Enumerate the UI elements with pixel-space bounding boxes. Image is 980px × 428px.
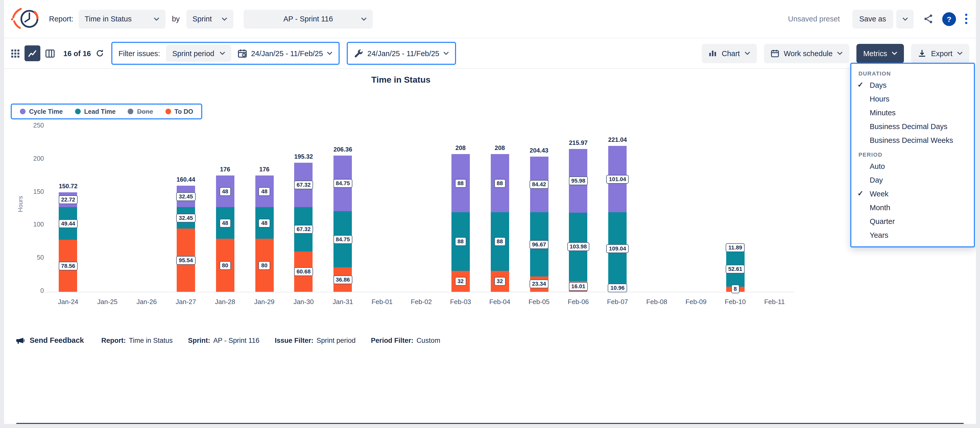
segment-value-label: 67.32 xyxy=(294,225,313,234)
chart-type-label: Chart xyxy=(722,49,740,57)
bar-segment-to-do[interactable]: 36.86 xyxy=(334,267,352,292)
bar-segment-lead-time[interactable]: 103.98 xyxy=(569,212,587,281)
send-feedback-button[interactable]: Send Feedback xyxy=(15,335,84,345)
legend-item-cycle-time[interactable]: Cycle Time xyxy=(20,108,63,115)
menu-section-header: DURATION xyxy=(851,66,974,79)
x-axis-label: Jan-28 xyxy=(205,298,245,306)
check-icon: ✓ xyxy=(858,80,863,90)
bar-segment-to-do[interactable]: 80 xyxy=(216,239,234,292)
legend-item-done[interactable]: Done xyxy=(128,108,153,115)
check-icon: ✓ xyxy=(858,189,863,198)
sprint-period-date-dropdown[interactable]: 24/Jan/25 - 11/Feb/25 xyxy=(237,48,333,58)
chart-type-button[interactable]: Chart xyxy=(702,44,757,63)
group-by-dropdown[interactable]: Sprint xyxy=(186,10,233,28)
legend-item-label: Lead Time xyxy=(84,108,116,115)
bar-segment-cycle-time[interactable]: 22.72 xyxy=(59,192,77,207)
chart-view-icon[interactable] xyxy=(24,45,40,61)
bar-segment-cycle-time[interactable]: 48 xyxy=(216,176,234,207)
legend-item-label: Done xyxy=(137,108,153,115)
x-axis-label: Feb-06 xyxy=(559,298,598,306)
bar-segment-lead-time[interactable]: 48 xyxy=(216,207,234,239)
bar-segment-cycle-time[interactable]: 101.04 xyxy=(608,146,627,212)
segment-value-label: 49.44 xyxy=(59,219,78,228)
metrics-button[interactable]: Metrics xyxy=(857,44,904,63)
custom-period-dropdown[interactable]: 24/Jan/25 - 11/Feb/25 xyxy=(354,49,449,58)
bar-segment-cycle-time[interactable]: 88 xyxy=(452,154,470,212)
bar-segment-to-do[interactable]: 80 xyxy=(255,239,274,292)
bar-column: 60.6867.3267.32 xyxy=(284,127,323,292)
menu-item-minutes[interactable]: Minutes xyxy=(851,106,974,120)
menu-section-header: PERIOD xyxy=(851,147,974,160)
menu-item-business-decimal-weeks[interactable]: Business Decimal Weeks xyxy=(851,134,974,147)
legend-color-dot xyxy=(75,109,81,114)
x-axis-label: Jan-29 xyxy=(245,298,284,306)
menu-item-week[interactable]: ✓Week xyxy=(851,187,974,201)
timeline-view-icon[interactable] xyxy=(45,48,55,59)
legend-color-dot xyxy=(20,109,25,114)
chevron-down-icon xyxy=(957,52,963,55)
legend-color-dot xyxy=(128,109,134,114)
menu-item-business-decimal-days[interactable]: Business Decimal Days xyxy=(851,120,974,134)
menu-item-hours[interactable]: Hours xyxy=(851,92,974,106)
kebab-menu-icon[interactable] xyxy=(965,13,968,24)
segment-value-label: 8 xyxy=(731,285,739,293)
share-icon[interactable] xyxy=(923,14,934,24)
bar-segment-lead-time[interactable]: 32.45 xyxy=(177,207,195,228)
bar-segment-cycle-time[interactable]: 84.75 xyxy=(334,155,352,211)
sprint-select-dropdown[interactable]: AP - Sprint 116 xyxy=(243,10,373,28)
meta-value: Custom xyxy=(417,336,440,344)
bar-segment-lead-time[interactable]: 67.32 xyxy=(294,207,313,252)
menu-item-quarter[interactable]: Quarter xyxy=(851,215,974,228)
bar-segment-lead-time[interactable]: 96.67 xyxy=(530,212,548,276)
bar-segment-cycle-time[interactable]: 84.42 xyxy=(530,157,548,212)
segment-value-label: 48 xyxy=(220,187,231,196)
menu-item-label: Day xyxy=(870,176,883,184)
save-options-button[interactable] xyxy=(896,10,913,28)
grid-view-icon[interactable] xyxy=(11,49,20,58)
bar-segment-to-do[interactable]: 23.34 xyxy=(530,276,548,292)
menu-item-month[interactable]: Month xyxy=(851,201,974,215)
legend-item-to-do[interactable]: To DO xyxy=(165,108,193,115)
menu-item-day[interactable]: Day xyxy=(851,173,974,187)
chevron-down-icon xyxy=(744,52,750,55)
work-schedule-button[interactable]: Work schedule xyxy=(764,44,849,63)
segment-value-label: 36.86 xyxy=(333,275,352,284)
bar-column: 10.96109.04101.04 xyxy=(598,127,637,292)
bar-segment-lead-time[interactable]: 88 xyxy=(452,212,470,271)
report-type-dropdown[interactable]: Time in Status xyxy=(78,10,165,28)
bar-segment-to-do[interactable]: 10.96 xyxy=(608,285,627,292)
bar-segment-lead-time[interactable]: 84.75 xyxy=(334,211,352,268)
bar-segment-to-do[interactable]: 78.56 xyxy=(59,240,77,292)
bar-segment-to-do[interactable]: 60.68 xyxy=(294,252,313,292)
save-as-button[interactable]: Save as xyxy=(852,10,893,28)
page-background xyxy=(976,0,980,428)
bar-segment-to-do[interactable]: 8 xyxy=(726,287,744,292)
bar-chart-icon xyxy=(708,49,717,58)
bar-segment-lead-time[interactable]: 88 xyxy=(490,212,509,271)
help-icon[interactable]: ? xyxy=(942,12,956,26)
issue-filter-dropdown[interactable]: Sprint period xyxy=(166,45,231,62)
bar-segment-to-do[interactable]: 95.54 xyxy=(177,228,195,292)
menu-item-years[interactable]: Years xyxy=(851,228,974,242)
bar-segment-cycle-time[interactable]: 48 xyxy=(255,176,274,207)
bar-segment-cycle-time[interactable]: 11.89 xyxy=(726,244,744,252)
bar-segment-to-do[interactable]: 32 xyxy=(452,271,470,292)
refresh-icon[interactable] xyxy=(95,49,104,58)
legend-item-lead-time[interactable]: Lead Time xyxy=(75,108,116,115)
bar-segment-cycle-time[interactable]: 95.98 xyxy=(569,149,587,212)
menu-item-days[interactable]: ✓Days xyxy=(851,79,974,92)
bar-segment-lead-time[interactable]: 48 xyxy=(255,207,274,239)
menu-item-auto[interactable]: Auto xyxy=(851,160,974,173)
y-axis-tick: 50 xyxy=(18,254,44,261)
bar-segment-to-do[interactable]: 16.01 xyxy=(569,281,587,292)
bar-segment-lead-time[interactable]: 109.04 xyxy=(608,212,627,285)
bar-segment-cycle-time[interactable]: 88 xyxy=(490,154,509,212)
bar-segment-lead-time[interactable]: 49.44 xyxy=(59,207,77,240)
bar-column: 804848 xyxy=(205,127,245,292)
bar-segment-lead-time[interactable]: 52.61 xyxy=(726,252,744,287)
bar-segment-to-do[interactable]: 32 xyxy=(490,271,509,292)
menu-item-label: Hours xyxy=(870,95,889,103)
export-button[interactable]: Export xyxy=(911,44,969,63)
bar-segment-cycle-time[interactable]: 67.32 xyxy=(294,163,313,207)
bar-segment-cycle-time[interactable]: 32.45 xyxy=(177,186,195,207)
